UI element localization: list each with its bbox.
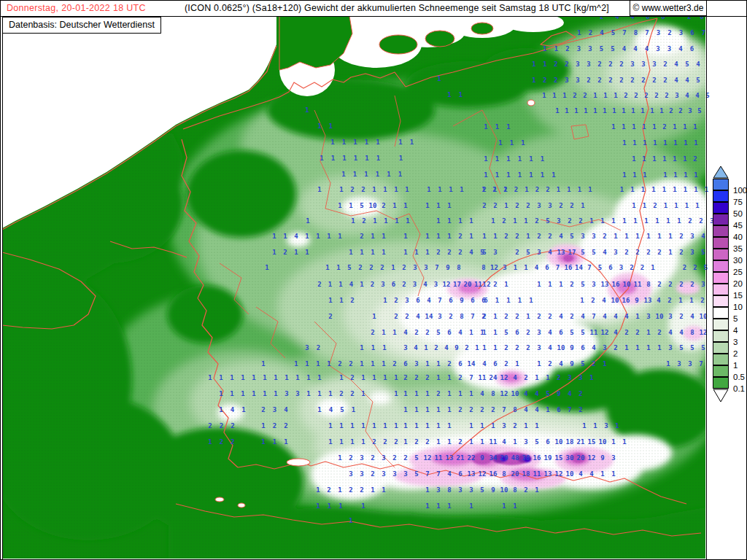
legend-label: 1 (733, 360, 747, 370)
grid-value: 2 (350, 298, 354, 304)
grid-value: 4 (603, 249, 606, 256)
grid-value: 1 (352, 407, 355, 413)
grid-value: 2 (380, 265, 384, 271)
grid-value: 1 (668, 233, 672, 240)
grid-value: 1 (673, 156, 676, 163)
grid-value: 2 (405, 314, 409, 320)
grid-value: 2 (641, 77, 645, 84)
grid-value: 1 (371, 345, 375, 351)
grid-value: 1 (546, 375, 549, 381)
grid-value: 1 (263, 391, 266, 397)
grid-value: 1 (632, 172, 636, 179)
grid-value: 6 (447, 330, 451, 336)
grid-value: 6 (416, 298, 419, 304)
grid-value: 1 (405, 187, 409, 193)
grid-value: 6 (608, 265, 612, 271)
grid-value: 1 (624, 233, 628, 240)
grid-value: 2 (425, 439, 429, 446)
grid-value: 1 (493, 345, 497, 351)
grid-value: 1 (425, 203, 429, 209)
grid-value: 1 (342, 155, 346, 162)
grid-value: 4 (480, 391, 484, 397)
grid-value: 1 (305, 233, 309, 240)
grid-value: 7 (435, 265, 438, 271)
grid-value: 5 (704, 265, 708, 271)
grid-value: 9 (480, 455, 484, 462)
grid-value: 7 (469, 375, 473, 381)
grid-value: 24 (489, 375, 498, 381)
grid-value: 1 (338, 233, 341, 240)
grid-value: 3 (305, 345, 309, 351)
grid-value: 1 (683, 124, 686, 131)
grid-value: 5 (414, 455, 418, 462)
grid-value: 5 (414, 471, 418, 478)
grid-value: 4 (696, 61, 700, 68)
grid-value: 8 (690, 330, 694, 336)
grid-value: 2 (678, 108, 682, 114)
grid-value: 3 (458, 487, 462, 494)
grid-value: 5 (701, 345, 705, 351)
grid-value: 3 (557, 218, 560, 225)
grid-value: 1 (482, 233, 486, 240)
grid-value: 3 (611, 455, 615, 462)
grid-value: 2 (362, 218, 365, 225)
grid-value: 1 (436, 407, 440, 413)
grid-value: 1 (382, 345, 386, 351)
grid-value: 1 (339, 375, 343, 381)
grid-value: 1 (316, 361, 320, 368)
grid-value: 2 (414, 439, 418, 446)
grid-value: 2 (578, 391, 582, 397)
grid-value: 2 (535, 187, 539, 193)
grid-value: 2 (382, 203, 385, 209)
grid-value: 4 (329, 407, 333, 413)
legend-swatch (713, 354, 729, 365)
grid-value: 1 (632, 156, 635, 163)
grid-value: 2 (526, 345, 530, 351)
grid-value: 2 (690, 281, 694, 288)
grid-value: 8 (460, 314, 463, 320)
grid-value: 4 (535, 265, 538, 271)
grid-value: 2 (208, 423, 212, 429)
grid-value: 1 (662, 187, 666, 193)
model-title-label: (ICON 0.0625°) (Sa18+120) Gewicht der ak… (185, 3, 609, 13)
grid-value: 10 (555, 439, 563, 446)
grid-value: 14 (468, 361, 476, 368)
grid-value: 1 (338, 455, 341, 462)
grid-value: 1 (580, 298, 584, 304)
grid-value: 1 (306, 375, 310, 381)
grid-value: 2 (458, 439, 462, 446)
grid-value: 1 (459, 92, 462, 98)
grid-value: 2 (663, 77, 667, 84)
grid-value: 2 (608, 77, 612, 84)
grid-value: 3 (576, 77, 579, 84)
grid-value: 2 (493, 203, 497, 209)
grid-value: 2 (360, 487, 363, 494)
grid-value: 4 (414, 345, 417, 351)
grid-value: 5 (360, 203, 363, 209)
grid-value: 2 (663, 61, 667, 68)
grid-value: 1 (506, 298, 510, 304)
grid-value: 1 (371, 233, 374, 240)
grid-value: 1 (622, 172, 626, 179)
grid-value: 1 (272, 249, 276, 256)
grid-value: 1 (552, 93, 556, 99)
grid-value: 1 (394, 423, 398, 429)
grid-value: 2 (465, 345, 468, 351)
grid-value: 7 (425, 471, 429, 478)
grid-value: 1 (652, 124, 656, 131)
grid-value: 1 (642, 156, 646, 163)
grid-value: 2 (634, 93, 638, 99)
grid-value: 1 (678, 298, 682, 304)
grid-value: 1 (425, 423, 429, 429)
grid-value: 2 (624, 93, 627, 99)
legend-swatch (713, 237, 729, 249)
grid-value: 1 (518, 298, 522, 304)
grid-value: 1 (252, 391, 255, 397)
grid-value: 2 (371, 330, 374, 336)
grid-value: 6 (581, 345, 584, 351)
grid-value: 2 (350, 187, 354, 193)
grid-value: 1 (350, 423, 354, 429)
grid-value: 2 (403, 375, 407, 381)
grid-value: 1 (663, 172, 667, 179)
grid-value: 2 (372, 439, 376, 446)
